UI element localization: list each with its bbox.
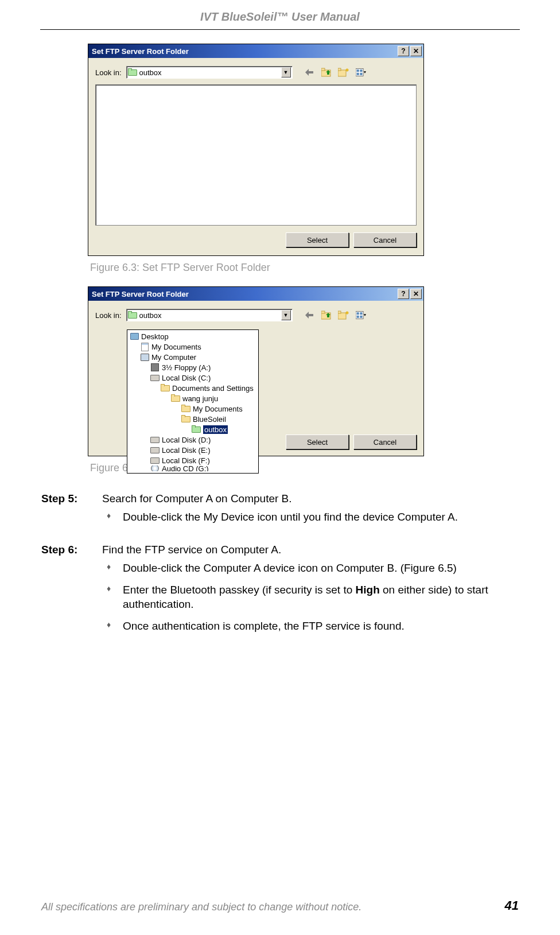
drive-icon	[150, 373, 160, 382]
drive-icon	[150, 435, 160, 444]
svg-rect-23	[360, 312, 362, 315]
documents-icon	[140, 342, 149, 351]
step-6-label: Step 6:	[41, 542, 102, 649]
desktop-icon	[130, 332, 139, 341]
tree-item-audio-cd[interactable]: Audio CD (G:)	[127, 465, 258, 471]
folder-open-icon	[128, 311, 137, 319]
tree-item-drive-e[interactable]: Local Disk (E:)	[127, 445, 258, 455]
look-in-combo[interactable]: outbox ▼	[126, 309, 293, 321]
titlebar: Set FTP Server Root Folder ? ✕	[88, 287, 423, 301]
tree-item-wang-junju[interactable]: wang junju	[127, 393, 258, 404]
step-5-bullet-1: Double-click the My Device icon until yo…	[102, 510, 519, 525]
look-in-label: Look in:	[95, 68, 122, 77]
svg-rect-2	[338, 70, 346, 76]
tree-item-floppy-a[interactable]: 3½ Floppy (A:)	[127, 362, 258, 373]
tree-item-outbox[interactable]: outbox	[127, 424, 258, 434]
titlebar: Set FTP Server Root Folder ? ✕	[88, 44, 423, 58]
tree-item-docs-settings[interactable]: Documents and Settings	[127, 383, 258, 393]
select-button[interactable]: Select	[286, 434, 349, 449]
up-folder-icon[interactable]	[320, 309, 333, 321]
svg-rect-12	[360, 73, 362, 75]
new-folder-icon[interactable]	[337, 66, 350, 79]
svg-rect-14	[321, 311, 325, 313]
close-button[interactable]: ✕	[410, 289, 422, 299]
select-button[interactable]: Select	[286, 232, 349, 247]
svg-rect-10	[360, 69, 362, 72]
folder-open-icon	[192, 425, 201, 433]
folder-open-icon	[128, 68, 137, 76]
svg-rect-16	[338, 311, 341, 313]
file-list-area[interactable]	[95, 84, 417, 226]
drive-icon	[150, 456, 160, 465]
step-6-text: Find the FTP service on Computer A.	[102, 542, 519, 557]
page-number: 41	[505, 898, 519, 913]
svg-rect-22	[356, 312, 359, 315]
look-in-label: Look in:	[95, 311, 122, 320]
drive-icon	[150, 445, 160, 455]
folder-icon	[161, 384, 170, 392]
svg-rect-1	[321, 68, 325, 71]
combo-value: outbox	[137, 311, 162, 320]
help-button[interactable]: ?	[398, 289, 409, 299]
footer-text: All specifications are preliminary and s…	[41, 901, 361, 913]
view-menu-icon[interactable]	[355, 66, 367, 79]
help-button[interactable]: ?	[398, 46, 409, 56]
computer-icon	[140, 352, 149, 362]
tree-item-my-documents-2[interactable]: My Documents	[127, 404, 258, 414]
folder-tree-dropdown[interactable]: Desktop My Documents My Computer 3½ Flop…	[127, 329, 259, 474]
step-5-text: Search for Computer A on Computer B.	[102, 491, 519, 506]
svg-rect-3	[338, 68, 341, 71]
doc-header: IVT BlueSoleil™ User Manual	[0, 0, 560, 24]
step-6-bullet-2: Enter the Bluetooth passkey (if security…	[102, 583, 519, 612]
tree-item-my-computer[interactable]: My Computer	[127, 352, 258, 362]
cancel-button[interactable]: Cancel	[353, 434, 417, 449]
cd-icon	[150, 465, 160, 471]
folder-icon	[171, 394, 180, 402]
tree-item-bluesoleil[interactable]: BlueSoleil	[127, 414, 258, 424]
titlebar-text: Set FTP Server Root Folder	[92, 290, 189, 298]
tree-item-drive-c[interactable]: Local Disk (C:)	[127, 373, 258, 383]
instruction-text: Step 5: Search for Computer A on Compute…	[41, 491, 519, 649]
look-in-combo[interactable]: outbox ▼	[126, 66, 293, 79]
close-button[interactable]: ✕	[410, 46, 422, 56]
tree-item-desktop[interactable]: Desktop	[127, 331, 258, 342]
up-folder-icon[interactable]	[320, 66, 333, 79]
tree-item-my-documents[interactable]: My Documents	[127, 342, 258, 352]
floppy-icon	[150, 363, 160, 372]
svg-rect-24	[356, 316, 359, 318]
figure-6-3-caption: Figure 6.3: Set FTP Server Root Folder	[90, 262, 560, 274]
figure-6-3-dialog: Set FTP Server Root Folder ? ✕ Look in: …	[88, 44, 424, 256]
tree-item-drive-f[interactable]: Local Disk (F:)	[127, 455, 258, 465]
tree-item-drive-d[interactable]: Local Disk (D:)	[127, 434, 258, 445]
chevron-down-icon[interactable]: ▼	[281, 310, 291, 320]
back-icon[interactable]	[303, 66, 316, 79]
step-6-bullet-1: Double-click the Computer A device icon …	[102, 561, 519, 576]
folder-icon	[181, 415, 190, 423]
combo-value: outbox	[137, 68, 162, 77]
back-icon[interactable]	[303, 309, 316, 321]
new-folder-icon[interactable]	[337, 309, 350, 321]
view-menu-icon[interactable]	[355, 309, 367, 321]
folder-icon	[181, 405, 190, 413]
svg-rect-9	[356, 69, 359, 72]
svg-rect-11	[356, 73, 359, 75]
step-5-label: Step 5:	[41, 491, 102, 540]
titlebar-text: Set FTP Server Root Folder	[92, 47, 189, 56]
svg-rect-25	[360, 316, 362, 318]
header-rule	[40, 29, 520, 30]
step-6-bullet-3: Once authentication is complete, the FTP…	[102, 619, 519, 634]
svg-rect-15	[338, 313, 346, 319]
figure-6-4-dialog: Set FTP Server Root Folder ? ✕ Look in: …	[88, 286, 424, 456]
chevron-down-icon[interactable]: ▼	[281, 67, 291, 77]
cancel-button[interactable]: Cancel	[353, 232, 417, 247]
